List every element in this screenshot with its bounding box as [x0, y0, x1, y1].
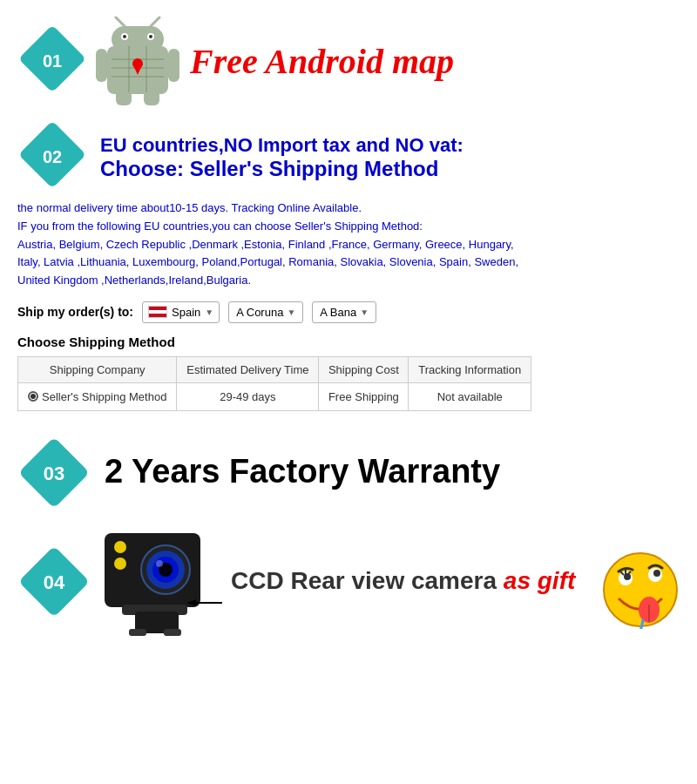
- svg-text:04: 04: [44, 571, 65, 593]
- td-delivery: 29-49 days: [177, 382, 319, 410]
- badge-03: 03: [17, 437, 87, 507]
- badge-04: 04: [17, 546, 87, 616]
- shipping-table: Shipping Company Estimated Delivery Time…: [17, 356, 531, 411]
- android-icon: [94, 16, 181, 107]
- shipping-method-title: Choose Shipping Method: [17, 335, 680, 349]
- svg-rect-10: [96, 49, 107, 82]
- svg-point-34: [156, 560, 163, 567]
- smiley-face: [601, 551, 680, 629]
- warranty-title: 2 Years Factory Warranty: [105, 453, 500, 490]
- section-03: 03 2 Years Factory Warranty: [0, 420, 697, 516]
- th-company: Shipping Company: [18, 356, 177, 382]
- badge-01: 01: [17, 27, 87, 97]
- svg-text:02: 02: [43, 147, 62, 166]
- gift-title-area: CCD Rear view camera as gift: [231, 567, 575, 595]
- camera-svg: [96, 524, 222, 638]
- spain-flag: [148, 306, 167, 318]
- svg-rect-3: [112, 26, 164, 52]
- gift-title: CCD Rear view camera: [231, 567, 497, 594]
- section-04: 04: [0, 516, 697, 646]
- desc-line3: Austria, Belgium, Czech Republic ,Denmar…: [17, 236, 680, 254]
- page-wrapper: 01: [0, 0, 697, 784]
- td-cost: Free Shipping: [319, 382, 409, 410]
- camera-container: [96, 524, 222, 638]
- svg-rect-11: [168, 49, 179, 82]
- section-02-header: 02 EU countries,NO Import tax and NO vat…: [0, 116, 697, 193]
- city1-name: A Coruna: [236, 306, 283, 319]
- svg-line-9: [151, 17, 159, 26]
- city2-name: A Bana: [320, 306, 356, 319]
- svg-point-7: [149, 35, 152, 38]
- desc-line4: Italy, Latvia ,Lithuania, Luxembourg, Po…: [17, 253, 680, 272]
- svg-point-29: [114, 558, 126, 570]
- svg-point-6: [123, 35, 126, 38]
- svg-line-8: [116, 17, 125, 26]
- table-row: Seller's Shipping Method 29-49 days Free…: [18, 382, 531, 410]
- city2-select[interactable]: A Bana ▼: [312, 301, 376, 323]
- city1-select[interactable]: A Coruna ▼: [228, 301, 303, 323]
- svg-point-47: [653, 570, 660, 577]
- section-01-title: Free Android map: [190, 41, 454, 82]
- city2-arrow: ▼: [360, 308, 369, 317]
- desc-line1: the normal delivery time about10-15 days…: [17, 199, 680, 218]
- badge-02: 02: [17, 123, 87, 193]
- th-cost: Shipping Cost: [319, 356, 409, 382]
- section-02-text: EU countries,NO Import tax and NO vat: C…: [100, 134, 464, 181]
- td-tracking: Not available: [409, 382, 531, 410]
- td-company[interactable]: Seller's Shipping Method: [18, 382, 177, 410]
- svg-rect-39: [164, 629, 181, 636]
- shipping-method-section: Choose Shipping Method Shipping Company …: [0, 330, 697, 420]
- country-arrow: ▼: [205, 308, 213, 317]
- ship-order-row: Ship my order(s) to: Spain ▼ A Coruna ▼ …: [0, 294, 697, 330]
- th-tracking: Tracking Information: [409, 356, 531, 382]
- desc-line2: IF you from the following EU countries,y…: [17, 218, 680, 236]
- table-header-row: Shipping Company Estimated Delivery Time…: [18, 356, 531, 382]
- country-name: Spain: [172, 306, 200, 319]
- th-delivery: Estimated Delivery Time: [177, 356, 319, 382]
- section-01: 01: [0, 0, 697, 116]
- svg-text:01: 01: [43, 51, 62, 71]
- country-select[interactable]: Spain ▼: [142, 301, 220, 323]
- desc-line5: United Kingdom ,Netherlands,Ireland,Bulg…: [17, 272, 680, 290]
- radio-seller[interactable]: [28, 391, 38, 402]
- seller-method-label: Seller's Shipping Method: [42, 390, 166, 403]
- ship-order-label: Ship my order(s) to:: [17, 305, 133, 319]
- choose-title: Choose: Seller's Shipping Method: [100, 157, 464, 181]
- eu-title: EU countries,NO Import tax and NO vat:: [100, 134, 464, 157]
- svg-point-28: [114, 541, 126, 553]
- gift-title-red: as gift: [497, 567, 575, 594]
- city1-arrow: ▼: [287, 308, 295, 317]
- svg-text:03: 03: [44, 463, 64, 484]
- eu-description: the normal delivery time about10-15 days…: [0, 193, 697, 294]
- svg-rect-38: [129, 629, 146, 636]
